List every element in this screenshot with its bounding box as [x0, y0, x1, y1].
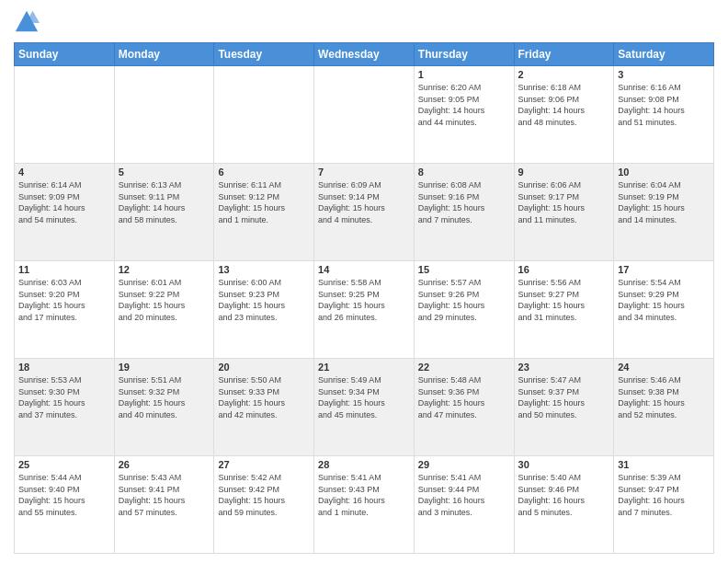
day-number: 1 — [418, 69, 510, 80]
header-cell-tuesday: Tuesday — [214, 43, 314, 66]
day-cell: 18Sunrise: 5:53 AM Sunset: 9:30 PM Dayli… — [15, 359, 115, 456]
day-number: 30 — [518, 459, 610, 470]
day-number: 31 — [618, 459, 710, 470]
logo-icon — [14, 9, 40, 35]
day-cell: 14Sunrise: 5:58 AM Sunset: 9:25 PM Dayli… — [314, 261, 415, 359]
day-number: 3 — [618, 69, 710, 80]
day-number: 25 — [18, 459, 110, 470]
day-number: 9 — [518, 167, 610, 178]
day-number: 12 — [119, 264, 210, 275]
day-info: Sunrise: 6:13 AM Sunset: 9:11 PM Dayligh… — [119, 179, 210, 225]
day-number: 4 — [18, 167, 110, 178]
day-cell: 2Sunrise: 6:18 AM Sunset: 9:06 PM Daylig… — [514, 66, 614, 164]
day-number: 6 — [218, 167, 310, 178]
day-cell: 5Sunrise: 6:13 AM Sunset: 9:11 PM Daylig… — [114, 164, 214, 261]
day-cell: 17Sunrise: 5:54 AM Sunset: 9:29 PM Dayli… — [614, 261, 714, 359]
day-info: Sunrise: 5:49 AM Sunset: 9:34 PM Dayligh… — [318, 374, 410, 420]
day-number: 10 — [618, 167, 710, 178]
day-info: Sunrise: 6:09 AM Sunset: 9:14 PM Dayligh… — [318, 179, 410, 225]
day-info: Sunrise: 5:40 AM Sunset: 9:46 PM Dayligh… — [518, 472, 610, 518]
day-cell: 3Sunrise: 6:16 AM Sunset: 9:08 PM Daylig… — [614, 66, 714, 164]
day-number: 26 — [119, 459, 210, 470]
day-info: Sunrise: 5:57 AM Sunset: 9:26 PM Dayligh… — [418, 277, 510, 323]
calendar-table: SundayMondayTuesdayWednesdayThursdayFrid… — [14, 42, 714, 554]
day-cell: 11Sunrise: 6:03 AM Sunset: 9:20 PM Dayli… — [15, 261, 115, 359]
day-info: Sunrise: 6:11 AM Sunset: 9:12 PM Dayligh… — [218, 179, 310, 225]
day-info: Sunrise: 5:51 AM Sunset: 9:32 PM Dayligh… — [119, 374, 210, 420]
day-info: Sunrise: 5:47 AM Sunset: 9:37 PM Dayligh… — [518, 374, 610, 420]
day-cell: 22Sunrise: 5:48 AM Sunset: 9:36 PM Dayli… — [414, 359, 514, 456]
logo — [14, 9, 43, 35]
day-cell — [114, 66, 214, 164]
day-cell: 23Sunrise: 5:47 AM Sunset: 9:37 PM Dayli… — [514, 359, 614, 456]
day-number: 22 — [418, 362, 510, 373]
day-info: Sunrise: 5:50 AM Sunset: 9:33 PM Dayligh… — [218, 374, 310, 420]
day-cell: 19Sunrise: 5:51 AM Sunset: 9:32 PM Dayli… — [114, 359, 214, 456]
day-number: 5 — [119, 167, 210, 178]
day-info: Sunrise: 6:01 AM Sunset: 9:22 PM Dayligh… — [119, 277, 210, 323]
day-number: 23 — [518, 362, 610, 373]
day-number: 11 — [18, 264, 110, 275]
day-cell: 15Sunrise: 5:57 AM Sunset: 9:26 PM Dayli… — [414, 261, 514, 359]
day-cell: 7Sunrise: 6:09 AM Sunset: 9:14 PM Daylig… — [314, 164, 415, 261]
header-cell-monday: Monday — [114, 43, 214, 66]
day-cell: 1Sunrise: 6:20 AM Sunset: 9:05 PM Daylig… — [414, 66, 514, 164]
page: SundayMondayTuesdayWednesdayThursdayFrid… — [0, 0, 728, 563]
day-info: Sunrise: 5:44 AM Sunset: 9:40 PM Dayligh… — [18, 472, 110, 518]
day-info: Sunrise: 6:16 AM Sunset: 9:08 PM Dayligh… — [618, 82, 710, 128]
day-cell: 21Sunrise: 5:49 AM Sunset: 9:34 PM Dayli… — [314, 359, 415, 456]
week-row-4: 18Sunrise: 5:53 AM Sunset: 9:30 PM Dayli… — [15, 359, 714, 456]
day-cell: 30Sunrise: 5:40 AM Sunset: 9:46 PM Dayli… — [514, 456, 614, 554]
day-number: 20 — [218, 362, 310, 373]
day-cell: 13Sunrise: 6:00 AM Sunset: 9:23 PM Dayli… — [214, 261, 314, 359]
day-cell: 26Sunrise: 5:43 AM Sunset: 9:41 PM Dayli… — [114, 456, 214, 554]
day-info: Sunrise: 5:41 AM Sunset: 9:43 PM Dayligh… — [318, 472, 410, 518]
day-info: Sunrise: 6:00 AM Sunset: 9:23 PM Dayligh… — [218, 277, 310, 323]
day-info: Sunrise: 5:56 AM Sunset: 9:27 PM Dayligh… — [518, 277, 610, 323]
day-info: Sunrise: 6:20 AM Sunset: 9:05 PM Dayligh… — [418, 82, 510, 128]
calendar-body: 1Sunrise: 6:20 AM Sunset: 9:05 PM Daylig… — [15, 66, 714, 554]
day-cell — [15, 66, 115, 164]
day-number: 24 — [618, 362, 710, 373]
day-cell: 28Sunrise: 5:41 AM Sunset: 9:43 PM Dayli… — [314, 456, 415, 554]
day-cell: 16Sunrise: 5:56 AM Sunset: 9:27 PM Dayli… — [514, 261, 614, 359]
day-info: Sunrise: 5:48 AM Sunset: 9:36 PM Dayligh… — [418, 374, 510, 420]
day-number: 19 — [119, 362, 210, 373]
day-number: 2 — [518, 69, 610, 80]
header-row: SundayMondayTuesdayWednesdayThursdayFrid… — [15, 43, 714, 66]
day-info: Sunrise: 6:03 AM Sunset: 9:20 PM Dayligh… — [18, 277, 110, 323]
day-info: Sunrise: 5:42 AM Sunset: 9:42 PM Dayligh… — [218, 472, 310, 518]
week-row-1: 1Sunrise: 6:20 AM Sunset: 9:05 PM Daylig… — [15, 66, 714, 164]
day-number: 17 — [618, 264, 710, 275]
day-number: 8 — [418, 167, 510, 178]
header-cell-sunday: Sunday — [15, 43, 115, 66]
header-cell-thursday: Thursday — [414, 43, 514, 66]
header-cell-wednesday: Wednesday — [314, 43, 415, 66]
week-row-3: 11Sunrise: 6:03 AM Sunset: 9:20 PM Dayli… — [15, 261, 714, 359]
calendar-header: SundayMondayTuesdayWednesdayThursdayFrid… — [15, 43, 714, 66]
day-info: Sunrise: 5:41 AM Sunset: 9:44 PM Dayligh… — [418, 472, 510, 518]
day-cell: 4Sunrise: 6:14 AM Sunset: 9:09 PM Daylig… — [15, 164, 115, 261]
day-number: 18 — [18, 362, 110, 373]
day-info: Sunrise: 6:06 AM Sunset: 9:17 PM Dayligh… — [518, 179, 610, 225]
header-cell-friday: Friday — [514, 43, 614, 66]
day-cell — [314, 66, 415, 164]
day-number: 16 — [518, 264, 610, 275]
day-cell: 31Sunrise: 5:39 AM Sunset: 9:47 PM Dayli… — [614, 456, 714, 554]
day-number: 21 — [318, 362, 410, 373]
day-number: 15 — [418, 264, 510, 275]
header-cell-saturday: Saturday — [614, 43, 714, 66]
week-row-2: 4Sunrise: 6:14 AM Sunset: 9:09 PM Daylig… — [15, 164, 714, 261]
day-cell: 9Sunrise: 6:06 AM Sunset: 9:17 PM Daylig… — [514, 164, 614, 261]
day-cell: 24Sunrise: 5:46 AM Sunset: 9:38 PM Dayli… — [614, 359, 714, 456]
day-info: Sunrise: 5:53 AM Sunset: 9:30 PM Dayligh… — [18, 374, 110, 420]
day-info: Sunrise: 5:39 AM Sunset: 9:47 PM Dayligh… — [618, 472, 710, 518]
day-cell: 6Sunrise: 6:11 AM Sunset: 9:12 PM Daylig… — [214, 164, 314, 261]
day-cell: 27Sunrise: 5:42 AM Sunset: 9:42 PM Dayli… — [214, 456, 314, 554]
day-number: 27 — [218, 459, 310, 470]
header — [14, 9, 714, 35]
day-info: Sunrise: 5:43 AM Sunset: 9:41 PM Dayligh… — [119, 472, 210, 518]
day-cell: 8Sunrise: 6:08 AM Sunset: 9:16 PM Daylig… — [414, 164, 514, 261]
day-cell: 10Sunrise: 6:04 AM Sunset: 9:19 PM Dayli… — [614, 164, 714, 261]
day-number: 7 — [318, 167, 410, 178]
